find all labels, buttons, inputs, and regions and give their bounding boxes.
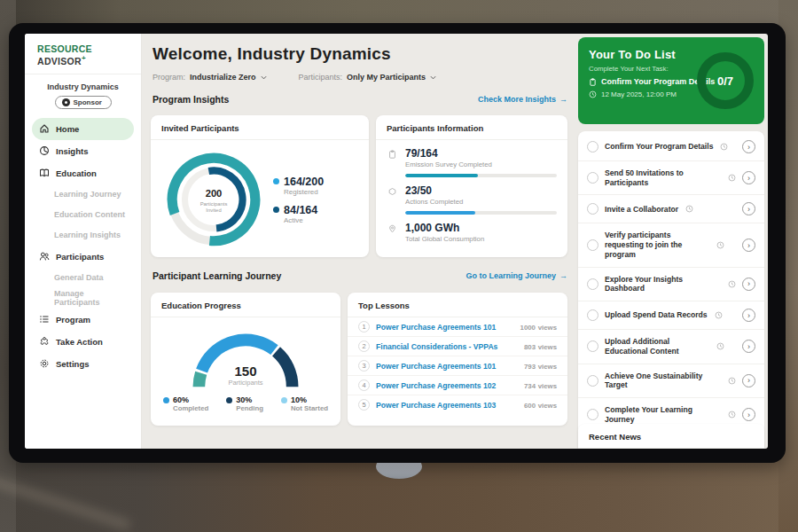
lesson-link[interactable]: Power Purchase Agreements 101 [376,362,518,371]
invited-participants-card: Invited Participants 200 Participants In… [151,115,369,257]
legend-registered: 164/200 Registered [273,176,324,196]
task-row-achieve-target[interactable]: Achieve One Sustainability Target › [578,364,764,398]
clock-icon [589,90,597,98]
sidebar-item-home[interactable]: Home [32,118,134,140]
lesson-rank: 5 [358,399,370,411]
registered-label: Registered [284,188,324,196]
pending-value: 30% [236,395,252,404]
completed-label: Completed [173,404,208,412]
clock-icon [728,377,736,385]
task-row-verify-participants[interactable]: Verify participants requesting to join t… [578,223,764,267]
task-go-button[interactable]: › [742,239,755,252]
book-icon [39,168,50,178]
donut-center-value: 200 [206,188,223,199]
dashboard-screen: RESOURCE ADVISOR+ Industry Dynamics Spon… [25,34,768,449]
lesson-views: 1000 [520,324,536,332]
clipboard-icon [387,147,398,159]
lesson-rank: 3 [358,360,370,372]
lesson-rank: 1 [358,321,370,332]
recent-news-card: Recent News [578,424,764,449]
sidebar-item-participants[interactable]: Participants [32,246,134,268]
sidebar-item-general-data[interactable]: General Data [32,268,134,288]
task-go-button[interactable]: › [742,408,755,421]
sidebar-item-settings[interactable]: Settings [32,353,134,375]
task-label: Achieve One Sustainability Target [605,372,721,390]
views-suffix: views [538,324,557,332]
task-go-button[interactable]: › [742,278,755,291]
task-checkbox[interactable] [587,141,598,153]
gauge-center: 150 Participants [151,364,340,387]
views-suffix: views [538,402,557,410]
consumption-value: 1,000 GWh [405,222,484,234]
go-to-learning-journey-link[interactable]: Go to Learning Journey→ [466,271,567,280]
sidebar-item-program[interactable]: Program [32,309,134,331]
lesson-views: 600 [524,402,536,410]
lesson-link[interactable]: Financial Considerations - VPPAs [376,342,518,351]
task-checkbox[interactable] [587,203,598,215]
lesson-link[interactable]: Power Purchase Agreements 102 [376,381,518,390]
task-row-explore-insights[interactable]: Explore Your Insights Dashboard › [578,268,764,301]
task-label: Complete Your Learning Journey [605,405,721,424]
task-row-upload-spend-data[interactable]: Upload Spend Data Records › [578,301,764,330]
take-action-icon [39,336,50,347]
task-row-invite-collaborator[interactable]: Invite a Collaborator › [578,195,764,223]
task-go-button[interactable]: › [742,374,755,387]
sidebar-item-education-content[interactable]: Education Content [32,205,134,225]
sidebar-item-education[interactable]: Education [32,162,134,184]
sidebar-item-learning-journey[interactable]: Learning Journey [32,184,134,205]
sidebar-item-label: Education Content [54,210,125,219]
active-dot-icon [273,207,279,213]
task-go-button[interactable]: › [742,340,755,353]
task-checkbox[interactable] [587,239,598,251]
sidebar-item-learning-insights[interactable]: Learning Insights [32,225,134,246]
sidebar-item-label: Learning Insights [54,231,121,239]
clock-icon [716,241,724,249]
check-more-insights-link[interactable]: Check More Insights→ [478,95,567,104]
task-checkbox[interactable] [587,172,598,184]
logo-resource: RESOURCE [37,43,92,54]
task-checkbox[interactable] [587,340,598,352]
pending-label: Pending [236,404,263,412]
participants-filter[interactable]: Participants: Only My Participants [299,73,437,82]
sidebar-item-manage-participants[interactable]: Manage Participants [32,288,134,309]
lesson-link[interactable]: Power Purchase Agreements 103 [376,401,518,410]
lesson-row: 5 Power Purchase Agreements 103 600 view… [348,395,567,414]
monitor-bezel: RESOURCE ADVISOR+ Industry Dynamics Spon… [9,23,786,463]
task-checkbox[interactable] [587,409,598,420]
clipboard-icon [589,78,597,86]
actions-completed-stat: 23/50 Actions Completed [376,177,567,206]
task-checkbox[interactable] [587,375,598,387]
gauge-center-label: Participants [151,379,340,387]
lesson-link[interactable]: Power Purchase Agreements 101 [376,323,514,332]
education-progress-title: Education Progress [151,293,340,317]
sidebar-item-take-action[interactable]: Take Action [32,331,134,353]
sidebar-nav: Home Insights Education Learning Journey… [25,116,141,377]
sidebar-item-insights[interactable]: Insights [32,140,134,162]
task-checkbox[interactable] [587,309,598,321]
recent-news-title: Recent News [578,424,764,449]
invited-participants-title: Invited Participants [151,115,369,140]
lesson-views: 734 [524,382,536,390]
sponsor-badge[interactable]: Sponsor [55,96,112,109]
task-row-send-invitations[interactable]: Send 50 Invitations to Participants › [578,161,764,195]
location-pin-icon [387,222,398,233]
program-filter[interactable]: Program: Industrialize Zero [153,73,267,82]
actions-completed-label: Actions Completed [405,198,463,206]
task-go-button[interactable]: › [742,171,755,184]
pending-dot-icon [226,397,232,403]
task-go-button[interactable]: › [742,140,755,153]
task-row-upload-educational-content[interactable]: Upload Additional Educational Content › [578,330,764,364]
task-checkbox[interactable] [587,278,598,290]
registered-value: 164/200 [284,176,324,188]
sidebar-item-label: Program [56,315,90,325]
task-row-confirm-program[interactable]: Confirm Your Program Details › [578,133,764,161]
tasks-list-card: Confirm Your Program Details › Send 50 I… [578,131,764,449]
registered-dot-icon [273,178,279,184]
invited-donut-chart: 200 Participants Invited [160,145,268,254]
task-label: Explore Your Insights Dashboard [605,275,721,293]
task-go-button[interactable]: › [742,309,755,322]
insights-icon [39,145,50,156]
task-go-button[interactable]: › [742,202,755,215]
learning-journey-header: Participant Learning Journey Go to Learn… [153,270,567,281]
active-label: Active [284,216,324,224]
